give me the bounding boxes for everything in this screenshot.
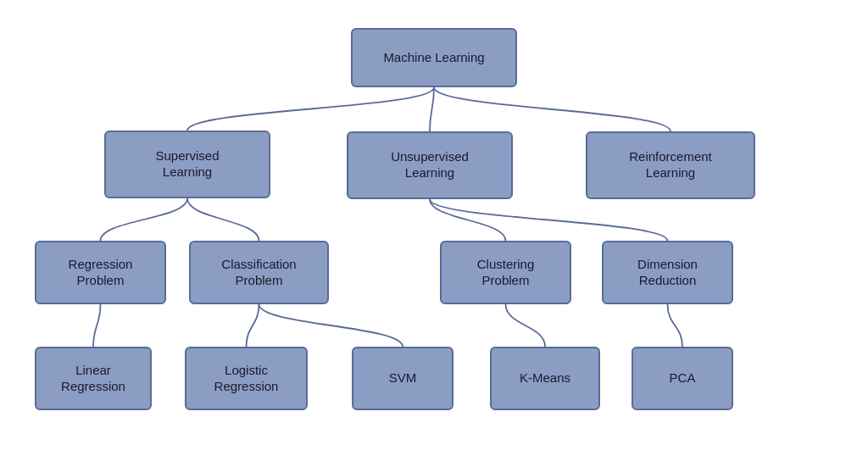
node-regression: Regression Problem [35,241,166,304]
node-ml: Machine Learning [351,28,517,87]
node-pca: PCA [632,347,733,410]
node-svm: SVM [352,347,453,410]
node-reinforcement: Reinforcement Learning [586,131,755,199]
node-supervised: Supervised Learning [104,131,270,198]
node-kmeans: K-Means [490,347,600,410]
node-logreg: Logistic Regression [185,347,308,410]
node-dimreduction: Dimension Reduction [602,241,733,304]
node-unsupervised: Unsupervised Learning [347,131,513,199]
node-clustering: Clustering Problem [440,241,571,304]
node-classification: Classification Problem [189,241,329,304]
node-linreg: Linear Regression [35,347,152,410]
ml-diagram: Machine LearningSupervised LearningUnsup… [0,0,868,456]
